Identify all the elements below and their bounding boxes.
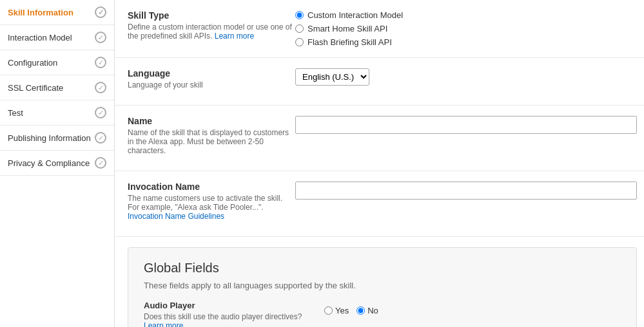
global-fields-box: Global Fields These fields apply to all … bbox=[128, 247, 637, 327]
global-fields-section: Global Fields These fields apply to all … bbox=[115, 237, 644, 327]
skill-type-learn-more-link[interactable]: Learn more bbox=[215, 32, 254, 41]
sidebar-item-ssl-certificate[interactable]: SSL Certificate ✓ bbox=[0, 75, 114, 100]
invocation-name-section: Invocation Name The name customers use t… bbox=[115, 171, 644, 237]
check-icon: ✓ bbox=[95, 32, 106, 43]
invocation-left: Invocation Name The name customers use t… bbox=[128, 182, 295, 226]
language-section: Language Language of your skill English … bbox=[115, 58, 644, 106]
skill-type-options: Custom Interaction Model Smart Home Skil… bbox=[295, 10, 637, 47]
invocation-name-label: Invocation Name bbox=[128, 182, 295, 192]
skill-type-section: Skill Type Define a custom interaction m… bbox=[115, 0, 644, 58]
main-content: Skill Type Define a custom interaction m… bbox=[115, 0, 644, 327]
audio-player-no-label: No bbox=[367, 306, 378, 315]
sidebar-item-skill-information[interactable]: Skill Information ✓ bbox=[0, 0, 114, 25]
skill-type-label: Skill Type bbox=[128, 10, 295, 21]
name-desc: Name of the skill that is displayed to c… bbox=[128, 128, 295, 155]
invocation-name-input[interactable] bbox=[295, 182, 637, 200]
global-fields-desc: These fields apply to all languages supp… bbox=[144, 281, 621, 290]
audio-player-desc: Does this skill use the audio player dir… bbox=[144, 312, 311, 327]
sidebar-item-label: Privacy & Compliance bbox=[8, 158, 90, 168]
audio-player-label: Audio Player bbox=[144, 301, 311, 310]
sidebar: Skill Information ✓ Interaction Model ✓ … bbox=[0, 0, 115, 327]
audio-player-no[interactable]: No bbox=[356, 306, 378, 315]
name-left: Name Name of the skill that is displayed… bbox=[128, 116, 295, 160]
sidebar-item-publishing-information[interactable]: Publishing Information ✓ bbox=[0, 126, 114, 151]
check-icon: ✓ bbox=[95, 57, 106, 68]
language-desc: Language of your skill bbox=[128, 80, 295, 89]
check-icon: ✓ bbox=[95, 107, 106, 118]
name-label: Name bbox=[128, 116, 295, 126]
check-icon: ✓ bbox=[95, 132, 106, 144]
sidebar-item-label: Skill Information bbox=[8, 8, 73, 17]
name-section: Name Name of the skill that is displayed… bbox=[115, 106, 644, 171]
sidebar-item-label: Interaction Model bbox=[8, 33, 72, 42]
audio-player-row: Audio Player Does this skill use the aud… bbox=[144, 301, 621, 327]
sidebar-item-label: Publishing Information bbox=[8, 133, 91, 143]
audio-player-no-input[interactable] bbox=[356, 306, 365, 315]
name-input[interactable] bbox=[295, 116, 637, 134]
audio-player-options: Yes No bbox=[324, 306, 378, 315]
check-icon: ✓ bbox=[95, 6, 106, 18]
audio-player-yes-label: Yes bbox=[335, 306, 349, 315]
invocation-name-desc: The name customers use to activate the s… bbox=[128, 194, 295, 221]
audio-player-yes[interactable]: Yes bbox=[324, 306, 349, 315]
skill-type-left: Skill Type Define a custom interaction m… bbox=[128, 10, 295, 46]
sidebar-item-label: Configuration bbox=[8, 58, 57, 68]
sidebar-item-interaction-model[interactable]: Interaction Model ✓ bbox=[0, 25, 114, 50]
radio-custom-interaction-input[interactable] bbox=[295, 11, 304, 19]
sidebar-item-test[interactable]: Test ✓ bbox=[0, 100, 114, 126]
language-left: Language Language of your skill bbox=[128, 68, 295, 95]
audio-player-yes-input[interactable] bbox=[324, 306, 333, 315]
radio-flash-briefing[interactable]: Flash Briefing Skill API bbox=[295, 37, 637, 47]
audio-player-left: Audio Player Does this skill use the aud… bbox=[144, 301, 311, 327]
invocation-input-wrapper bbox=[295, 182, 637, 200]
radio-flash-briefing-label: Flash Briefing Skill API bbox=[307, 37, 392, 47]
check-icon: ✓ bbox=[95, 82, 106, 93]
radio-custom-label: Custom Interaction Model bbox=[307, 10, 403, 20]
language-select[interactable]: English (U.S.) bbox=[295, 68, 369, 86]
sidebar-item-label: SSL Certificate bbox=[8, 83, 63, 93]
skill-type-desc: Define a custom interaction model or use… bbox=[128, 23, 295, 41]
audio-player-learn-more-link[interactable]: Learn more bbox=[144, 321, 183, 327]
sidebar-item-configuration[interactable]: Configuration ✓ bbox=[0, 50, 114, 75]
sidebar-item-label: Test bbox=[8, 108, 23, 118]
check-icon: ✓ bbox=[95, 157, 106, 169]
language-select-wrapper: English (U.S.) bbox=[295, 68, 369, 86]
sidebar-item-privacy-compliance[interactable]: Privacy & Compliance ✓ bbox=[0, 151, 114, 176]
radio-smart-home-label: Smart Home Skill API bbox=[307, 24, 387, 33]
radio-flash-briefing-input[interactable] bbox=[295, 38, 304, 46]
radio-smart-home-input[interactable] bbox=[295, 24, 304, 33]
radio-custom-interaction[interactable]: Custom Interaction Model bbox=[295, 10, 637, 20]
radio-smart-home[interactable]: Smart Home Skill API bbox=[295, 24, 637, 33]
global-fields-title: Global Fields bbox=[144, 261, 621, 276]
name-input-wrapper bbox=[295, 116, 637, 134]
language-label: Language bbox=[128, 68, 295, 79]
invocation-guidelines-link[interactable]: Invocation Name Guidelines bbox=[128, 212, 224, 221]
